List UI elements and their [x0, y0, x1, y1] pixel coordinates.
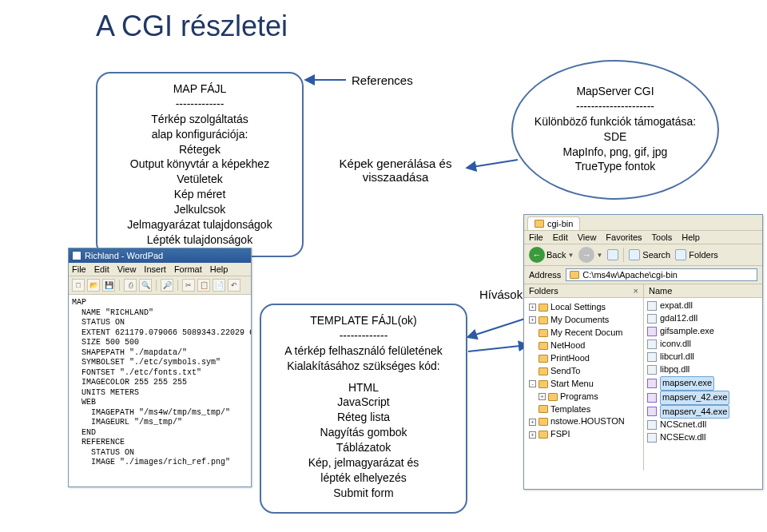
mapfile-line: Jelkulcsok — [104, 202, 296, 217]
document-icon — [72, 251, 81, 260]
expand-icon[interactable]: + — [529, 316, 536, 324]
calls-label: Hívások — [479, 288, 523, 301]
tree-node[interactable]: SendTo — [529, 365, 642, 378]
svg-line-2 — [468, 318, 527, 337]
folder-icon — [570, 271, 579, 279]
close-icon[interactable]: × — [634, 286, 638, 296]
dll-file-icon — [647, 433, 657, 443]
expand-icon[interactable]: + — [529, 304, 536, 311]
collapse-icon[interactable]: - — [529, 380, 536, 387]
menu-insert[interactable]: Insert — [144, 264, 166, 274]
list-item[interactable]: mapserv_42.exe — [647, 391, 759, 405]
mapfile-heading: MAP FÁJL — [104, 81, 296, 97]
expand-icon[interactable]: + — [529, 431, 536, 439]
template-line: Submit form — [268, 486, 459, 501]
list-item[interactable]: NCSEcw.dll — [647, 431, 759, 444]
search-icon — [629, 249, 640, 260]
preview-icon[interactable]: 🔍 — [139, 279, 152, 292]
toolbar-separator — [623, 248, 624, 262]
tree-node[interactable]: PrintHood — [529, 352, 642, 365]
back-button[interactable]: ← Back ▼ — [529, 247, 574, 263]
tree-node[interactable]: +My Documents — [529, 314, 642, 327]
list-item[interactable]: expat.dll — [647, 300, 759, 312]
menu-edit[interactable]: Edit — [553, 232, 568, 242]
find-icon[interactable]: 🔎 — [161, 279, 173, 292]
undo-icon[interactable]: ↶ — [228, 279, 240, 292]
explorer-tab[interactable]: cgi-bin — [527, 216, 580, 230]
menu-format[interactable]: Format — [174, 264, 202, 274]
cgi-ellipse: MapServer CGI --------------------- Külö… — [511, 60, 719, 200]
search-button[interactable]: Search — [629, 249, 670, 260]
file-list[interactable]: expat.dllgdal12.dllgifsample.exeiconv.dl… — [644, 298, 762, 446]
menu-file[interactable]: File — [72, 264, 86, 274]
file-list-pane: Name expat.dllgdal12.dllgifsample.exeico… — [644, 284, 762, 470]
menu-favorites[interactable]: Favorites — [606, 232, 642, 242]
tree-node[interactable]: My Recent Docum — [529, 327, 642, 339]
wordpad-menubar: File Edit View Insert Format Help — [69, 263, 251, 276]
mapfile-line: Térkép szolgáltatás — [104, 112, 296, 127]
list-item[interactable]: gifsample.exe — [647, 325, 759, 338]
list-item[interactable]: mapserv.exe — [647, 376, 759, 391]
folder-tree[interactable]: +Local Settings+My DocumentsMy Recent Do… — [524, 298, 643, 444]
tree-node[interactable]: NetHood — [529, 339, 642, 352]
folder-icon — [548, 393, 558, 401]
tree-node[interactable]: +FSPI — [529, 428, 642, 441]
file-name-label: mapserv.exe — [660, 376, 714, 391]
column-header-name[interactable]: Name — [644, 284, 762, 298]
chevron-down-icon: ▼ — [567, 252, 574, 259]
exe-file-icon — [647, 407, 657, 416]
folders-pane-label: Folders — [529, 286, 558, 296]
file-name-label: mapserv_44.exe — [660, 405, 729, 419]
file-name-label: gifsample.exe — [660, 325, 714, 338]
list-item[interactable]: libpq.dll — [647, 363, 759, 376]
open-icon[interactable]: 📂 — [87, 279, 100, 292]
address-input[interactable]: C:\ms4w\Apache\cgi-bin — [566, 268, 757, 281]
menu-edit[interactable]: Edit — [94, 264, 109, 274]
expand-icon[interactable]: + — [529, 419, 536, 426]
tree-node[interactable]: +Local Settings — [529, 301, 642, 314]
file-name-label: NCScnet.dll — [660, 419, 706, 431]
menu-tools[interactable]: Tools — [652, 232, 673, 242]
folder-tree-pane: Folders × +Local Settings+My DocumentsMy… — [524, 284, 644, 470]
forward-button[interactable]: → ▼ — [578, 247, 602, 263]
menu-help[interactable]: Help — [210, 264, 229, 274]
wordpad-editor[interactable]: MAP NAME "RICHLAND" STATUS ON EXTENT 621… — [69, 295, 251, 471]
tree-node[interactable]: +nstowe.HOUSTON — [529, 415, 642, 428]
new-icon[interactable]: □ — [72, 279, 85, 292]
tree-node[interactable]: Templates — [529, 403, 642, 416]
tree-node[interactable]: -Start Menu — [529, 378, 642, 391]
mapfile-line: Rétegek — [104, 142, 296, 157]
chevron-down-icon: ▼ — [596, 252, 602, 259]
list-item[interactable]: libcurl.dll — [647, 351, 759, 363]
tab-label: cgi-bin — [547, 219, 573, 228]
list-item[interactable]: mapserv_44.exe — [647, 405, 759, 419]
menu-view[interactable]: View — [578, 232, 597, 242]
menu-help[interactable]: Help — [682, 232, 700, 242]
up-folder-icon — [607, 249, 618, 260]
generation-label: Képek generálása és visszaadása — [316, 157, 475, 184]
file-name-label: libcurl.dll — [660, 351, 694, 363]
menu-view[interactable]: View — [117, 264, 137, 274]
mapfile-line: Output könyvtár a képekhez — [104, 157, 296, 172]
wordpad-titlebar[interactable]: Richland - WordPad — [69, 248, 251, 263]
cgi-sep: --------------------- — [513, 99, 717, 114]
up-button[interactable] — [607, 249, 618, 260]
list-item[interactable]: iconv.dll — [647, 338, 759, 351]
save-icon[interactable]: 💾 — [102, 279, 115, 292]
expand-icon[interactable]: + — [538, 393, 546, 400]
folders-button[interactable]: Folders — [675, 249, 718, 260]
paste-icon[interactable]: 📄 — [213, 279, 225, 292]
tree-node-label: Templates — [550, 403, 590, 416]
folder-icon — [538, 304, 548, 312]
folder-icon — [538, 405, 548, 413]
copy-icon[interactable]: 📋 — [197, 279, 210, 292]
list-item[interactable]: NCScnet.dll — [647, 419, 759, 431]
cut-icon[interactable]: ✂ — [182, 279, 195, 292]
menu-file[interactable]: File — [529, 232, 543, 242]
list-item[interactable]: gdal12.dll — [647, 312, 759, 325]
dll-file-icon — [647, 420, 657, 430]
wordpad-window: Richland - WordPad File Edit View Insert… — [68, 248, 252, 487]
print-icon[interactable]: ⎙ — [124, 279, 137, 292]
tree-node[interactable]: +Programs — [529, 391, 642, 403]
dll-file-icon — [647, 339, 657, 349]
